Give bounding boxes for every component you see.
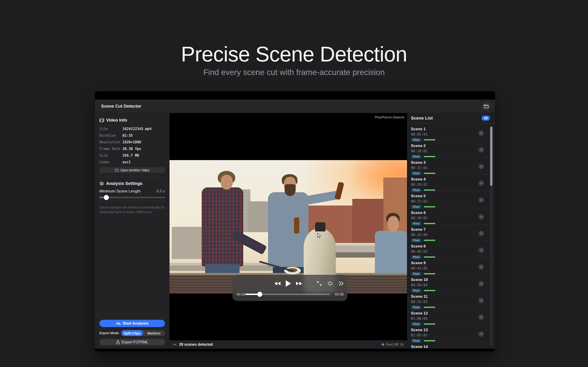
analysis-settings-header: Analysis Settings <box>99 181 165 186</box>
delete-scene-button[interactable]: ✕ <box>478 264 484 270</box>
playback-speed-icon[interactable] <box>337 279 345 288</box>
export-mode-split-clips[interactable]: Split Clips <box>121 330 143 336</box>
scene-timestamp: 01:00:05 <box>411 317 489 321</box>
scenes-detected-text: 28 scenes detected <box>179 342 213 347</box>
scene-list-title: Scene List <box>411 116 482 121</box>
video-info-label: Size <box>99 153 122 158</box>
open-another-video-button[interactable]: Open Another Video <box>99 167 165 173</box>
scene-timestamp: 00:05:01 <box>411 132 489 136</box>
start-analysis-label: Start Analysis <box>123 321 149 326</box>
scene-list-item[interactable]: Scene 5 00:25:03 Pixel ✕ <box>411 191 489 208</box>
min-scene-length-slider[interactable] <box>99 195 165 200</box>
slider-track[interactable] <box>99 197 165 198</box>
video-player[interactable]: Play/Pause (Space) <box>170 113 407 349</box>
scene-list-item[interactable]: Scene 3 00:15:01 Pixel ✕ <box>411 158 489 175</box>
timeline: 00:22 02:35 <box>233 291 347 297</box>
delete-scene-button[interactable]: ✕ <box>478 147 484 152</box>
current-time: 00:22 <box>237 292 245 296</box>
scene-title: Scene 8 <box>411 244 489 249</box>
start-analysis-button[interactable]: Start Analysis <box>99 320 165 327</box>
scene-title: Scene 7 <box>411 227 489 232</box>
fit-to-frame-icon[interactable] <box>326 279 334 288</box>
export-mode-markers[interactable]: Markers <box>143 330 165 336</box>
scene-list-item[interactable]: Scene 2 00:10:01 Pixel ✕ <box>411 141 489 158</box>
scene-title: Scene 6 <box>411 211 489 215</box>
delete-scene-button[interactable]: ✕ <box>478 248 484 253</box>
scene-timestamp: 00:45:05 <box>411 266 489 270</box>
scrubber-track[interactable] <box>245 294 330 295</box>
hero-section: Precise Scene Detection Find every scene… <box>0 43 588 77</box>
status-right: Pixel Diff: 28 <box>382 343 404 346</box>
scene-title: Scene 4 <box>411 177 489 182</box>
scene-list-item[interactable]: Scene 1 00:05:01 Pixel ✕ <box>411 124 489 141</box>
delete-scene-button[interactable]: ✕ <box>478 130 484 136</box>
delete-scene-button[interactable]: ✕ <box>478 164 484 169</box>
photo-man-right-head <box>388 216 399 232</box>
scene-title: Scene 10 <box>411 278 489 282</box>
video-frame[interactable] <box>170 160 407 294</box>
min-scene-length-label: Minimum Scene Length <box>99 189 141 194</box>
export-fcpxml-button[interactable]: Export FCPXML <box>99 339 165 345</box>
sidebar: Video Info File3424222343.mp4Duration02:… <box>95 113 170 349</box>
video-info-rows: File3424222343.mp4Duration02:35Resolutio… <box>99 125 165 165</box>
scrubber-thumb[interactable] <box>257 292 262 297</box>
scene-list-panel: Scene List 28 Scene 1 00:05:01 Pixel ✕ S… <box>407 113 495 349</box>
photo-beer-bottle <box>294 217 299 234</box>
photo-man-center-beard <box>285 184 296 196</box>
scene-title: Scene 1 <box>411 127 489 131</box>
delete-scene-button[interactable]: ✕ <box>478 281 484 286</box>
folder-icon <box>484 104 489 108</box>
video-info-row: Size268.7 MB <box>99 152 165 159</box>
scene-list-item[interactable]: Scene 13 01:05:07 Pixel ✕ <box>411 325 489 342</box>
scene-timestamp: 00:55:05 <box>411 300 489 304</box>
delete-scene-button[interactable]: ✕ <box>478 331 484 337</box>
rewind-button[interactable] <box>273 279 282 288</box>
scene-title: Scene 5 <box>411 194 489 198</box>
confidence-bar <box>424 340 435 341</box>
scene-list-item[interactable]: Scene 10 00:50:04 Pixel ✕ <box>411 275 489 292</box>
fullscreen-icon[interactable] <box>315 279 323 288</box>
export-mode-row: Export Mode Split ClipsMarkers <box>99 330 165 336</box>
analysis-description: Scene changes are detected automatically… <box>99 205 165 215</box>
scrollbar-thumb[interactable] <box>490 127 493 186</box>
transport-controls: 00:22 02:35 <box>233 275 347 301</box>
delete-scene-button[interactable]: ✕ <box>478 181 484 186</box>
confidence-bar <box>424 223 435 224</box>
photo-man-left-head <box>221 175 233 190</box>
delete-scene-button[interactable]: ✕ <box>478 214 484 219</box>
pixel-diff-dot <box>382 343 384 346</box>
min-scene-length-value: 0.5 s <box>156 189 165 194</box>
scene-timestamp: 00:25:03 <box>411 199 489 203</box>
scene-list-item[interactable]: Scene 8 00:40:03 Pixel ✕ <box>411 242 489 258</box>
confidence-bar <box>424 173 435 174</box>
scene-list-item[interactable]: Scene 11 00:55:05 Pixel ✕ <box>411 292 489 309</box>
fast-forward-button[interactable] <box>295 279 303 288</box>
scene-title: Scene 13 <box>411 328 489 332</box>
open-video-button[interactable] <box>482 102 491 111</box>
scene-title: Scene 3 <box>411 161 489 165</box>
delete-scene-button[interactable]: ✕ <box>478 197 484 203</box>
hero-subtitle: Find every scene cut with frame-accurate… <box>0 68 588 77</box>
scene-list-item[interactable]: Scene 14 <box>411 342 489 349</box>
scene-timestamp: 00:40:03 <box>411 250 489 254</box>
export-mode-segmented-control: Split ClipsMarkers <box>121 330 165 336</box>
video-info-value: 268.7 MB <box>122 153 139 158</box>
photo-man-center <box>268 192 309 267</box>
video-info-label: Duration <box>99 133 122 138</box>
scene-list-item[interactable]: Scene 9 00:45:05 Pixel ✕ <box>411 258 489 275</box>
confidence-bar <box>424 156 435 157</box>
delete-scene-button[interactable]: ✕ <box>478 231 484 236</box>
delete-scene-button[interactable]: ✕ <box>478 315 484 320</box>
scene-list-item[interactable]: Scene 12 01:00:05 Pixel ✕ <box>411 309 489 325</box>
scene-items: Scene 1 00:05:01 Pixel ✕ Scene 2 00:10:0… <box>407 123 495 349</box>
confidence-bar <box>424 323 435 325</box>
scene-title: Scene 14 <box>411 345 489 349</box>
scene-list-item[interactable]: Scene 7 00:35:04 Pixel ✕ <box>411 225 489 242</box>
scene-list-item[interactable]: Scene 4 00:20:01 Pixel ✕ <box>411 175 489 191</box>
delete-scene-button[interactable]: ✕ <box>478 298 484 303</box>
total-time: 02:35 <box>335 292 344 296</box>
scene-list-item[interactable]: Scene 6 00:30:02 Pixel ✕ <box>411 208 489 225</box>
film-icon <box>99 118 104 122</box>
play-button[interactable] <box>284 279 292 288</box>
slider-thumb[interactable] <box>104 195 109 200</box>
